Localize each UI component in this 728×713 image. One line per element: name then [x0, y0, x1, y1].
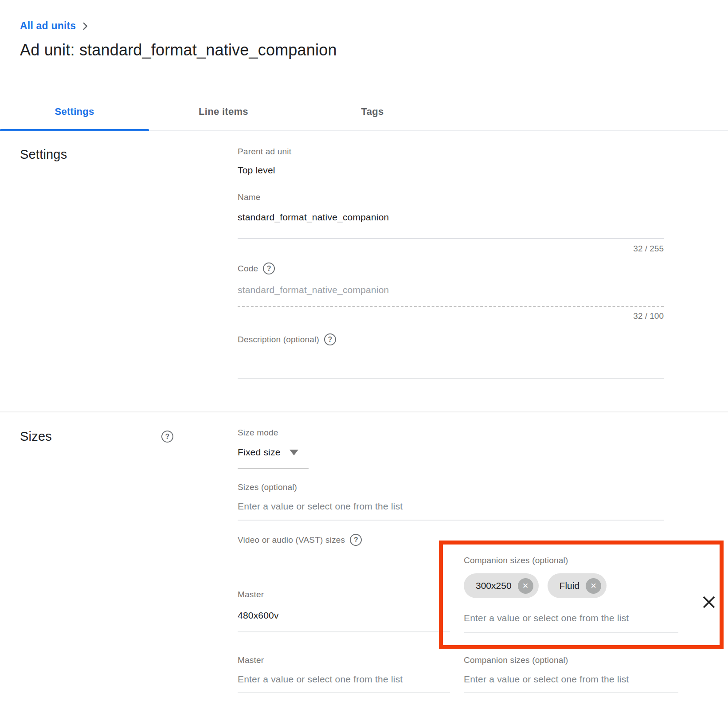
description-field-input[interactable]: [238, 378, 664, 379]
sizes-help-icon[interactable]: ?: [161, 431, 173, 443]
chevron-right-icon: [79, 20, 91, 32]
vast-sizes-label-row: Video or audio (VAST) sizes ?: [238, 534, 362, 546]
master-2-input[interactable]: Enter a value or select one from the lis…: [238, 674, 403, 685]
chip-remove-icon[interactable]: ✕: [518, 578, 533, 594]
master-2-label: Master: [238, 655, 264, 665]
companion-1-input[interactable]: Enter a value or select one from the lis…: [464, 613, 629, 623]
sizes-optional-underline: [238, 520, 664, 521]
companion-2-label: Companion sizes (optional): [464, 655, 568, 665]
name-field-label: Name: [238, 192, 260, 202]
sizes-optional-input[interactable]: Enter a value or select one from the lis…: [238, 501, 403, 512]
remove-vast-row-button[interactable]: [700, 593, 718, 611]
size-mode-underline: [238, 468, 309, 469]
chip-label: Fluid: [560, 580, 580, 591]
parent-ad-unit-value: Top level: [238, 165, 275, 176]
name-field-underline: [238, 238, 664, 239]
companion-size-chip: 300x250 ✕: [464, 573, 539, 598]
master-1-label: Master: [238, 590, 264, 599]
tab-settings[interactable]: Settings: [0, 93, 149, 130]
description-help-icon[interactable]: ?: [324, 333, 336, 345]
master-1-underline: [238, 631, 450, 632]
vast-help-icon[interactable]: ?: [350, 534, 362, 546]
code-field-value: standard_format_native_companion: [238, 285, 389, 295]
active-tab-indicator: [0, 129, 149, 131]
code-field-underline: [238, 306, 664, 307]
tab-tags[interactable]: Tags: [298, 93, 447, 130]
size-mode-value: Fixed size: [238, 447, 281, 458]
breadcrumb: All ad units: [20, 20, 91, 32]
name-field-input[interactable]: standard_format_native_companion: [238, 212, 389, 223]
page-title: Ad unit: standard_format_native_companio…: [20, 41, 337, 59]
companion-size-chip: Fluid ✕: [548, 573, 607, 598]
breadcrumb-all-ad-units-link[interactable]: All ad units: [20, 20, 76, 32]
name-char-counter: 32 / 255: [238, 244, 664, 254]
tab-line-items[interactable]: Line items: [149, 93, 298, 130]
sizes-section-heading: Sizes: [20, 429, 52, 444]
code-char-counter: 32 / 100: [238, 311, 664, 321]
master-2-underline: [238, 692, 450, 693]
size-mode-label: Size mode: [238, 428, 278, 438]
vast-sizes-label: Video or audio (VAST) sizes: [238, 535, 345, 545]
description-field-label: Description (optional): [238, 335, 319, 345]
section-divider: [0, 411, 728, 412]
companion-2-underline: [464, 692, 678, 693]
settings-section-heading: Settings: [20, 147, 67, 162]
ad-unit-settings-page: All ad units Ad unit: standard_format_na…: [0, 0, 728, 713]
chip-remove-icon[interactable]: ✕: [586, 578, 601, 594]
dropdown-caret-icon: [290, 450, 298, 455]
chip-label: 300x250: [476, 580, 512, 591]
code-field-label-row: Code ?: [238, 262, 275, 274]
sizes-optional-label: Sizes (optional): [238, 482, 297, 492]
companion-2-input[interactable]: Enter a value or select one from the lis…: [464, 674, 629, 685]
close-icon: [701, 595, 716, 610]
code-help-icon[interactable]: ?: [263, 262, 275, 274]
parent-ad-unit-label: Parent ad unit: [238, 147, 291, 157]
description-field-label-row: Description (optional) ?: [238, 333, 336, 345]
code-field-label: Code: [238, 264, 258, 274]
companion-1-chips: 300x250 ✕ Fluid ✕: [464, 573, 607, 598]
master-1-input[interactable]: 480x600v: [238, 610, 279, 621]
size-mode-select[interactable]: Fixed size: [238, 447, 298, 458]
companion-1-underline: [464, 632, 678, 633]
companion-1-label: Companion sizes (optional): [464, 556, 568, 565]
